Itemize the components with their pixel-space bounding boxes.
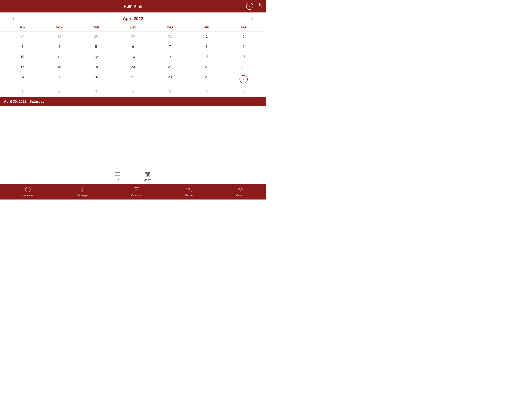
header-title: Ruth King <box>124 4 142 9</box>
nav-item-messages[interactable]: Messages <box>77 187 89 197</box>
calendar-cell-w0-d2[interactable]: 29 <box>78 32 114 42</box>
calendar-cell-w4-d5[interactable]: 29 <box>188 72 225 86</box>
prev-month-button[interactable]: ← <box>12 16 17 22</box>
header-actions: ? <box>246 3 262 10</box>
collapse-button[interactable]: ↑ <box>260 99 262 104</box>
calendar-cell-w2-d5[interactable]: 15 <box>188 52 225 62</box>
nav-item-calendar[interactable]: Calendar <box>131 187 142 197</box>
day-header-thu: THU <box>152 25 188 30</box>
info-icon <box>25 187 31 193</box>
svg-marker-20 <box>81 189 82 190</box>
calendar-cell-w5-d2[interactable]: 3 <box>78 86 114 97</box>
nav-item-groups[interactable]: Groups <box>236 187 245 197</box>
calendar-cell-w3-d1[interactable]: 18 <box>41 62 77 72</box>
svg-rect-15 <box>147 175 148 176</box>
day-header-mon: MON <box>41 25 77 30</box>
calendar-cell-w0-d0[interactable]: 27 <box>4 32 41 42</box>
calendar-grid: 2728293031123456789101112131415161718192… <box>0 32 266 97</box>
list-icon <box>115 172 120 177</box>
groups-icon <box>237 187 244 193</box>
calendar-label: Calendar <box>131 194 142 197</box>
calendar-cell-w2-d3[interactable]: 13 <box>114 52 151 62</box>
calendar-cell-w5-d6[interactable]: 7 <box>225 86 262 97</box>
svg-rect-12 <box>147 174 148 175</box>
calendar-cell-w2-d4[interactable]: 14 <box>152 52 188 62</box>
calendar-cell-w3-d2[interactable]: 19 <box>78 62 114 72</box>
svg-rect-14 <box>146 175 146 176</box>
calendar-cell-w4-d3[interactable]: 27 <box>114 72 151 86</box>
calendar-cell-w3-d0[interactable]: 17 <box>4 62 41 72</box>
svg-rect-29 <box>136 191 137 191</box>
calendar-cell-w0-d6[interactable]: 2 <box>225 32 262 42</box>
groups-label: Groups <box>236 194 245 197</box>
svg-point-33 <box>240 187 241 189</box>
calendar-cell-w4-d1[interactable]: 25 <box>41 72 77 86</box>
calendar-cell-w4-d0[interactable]: 24 <box>4 72 41 86</box>
calendar-cell-w3-d6[interactable]: 23 <box>225 62 262 72</box>
svg-point-30 <box>187 188 189 190</box>
calendar-cell-w0-d4[interactable]: 31 <box>152 32 188 42</box>
calendar-cell-w1-d5[interactable]: 8 <box>188 42 225 52</box>
day-header-wed: WED <box>114 25 151 30</box>
app-header: Ruth King ? <box>0 0 266 13</box>
megaphone-icon <box>80 187 86 193</box>
share-button[interactable] <box>257 3 262 9</box>
svg-rect-27 <box>137 190 138 190</box>
calendar-cell-w2-d6[interactable]: 16 <box>225 52 262 62</box>
bottom-navigation: Information Messages <box>0 184 266 200</box>
svg-rect-11 <box>146 174 146 175</box>
calendar-cell-w1-d6[interactable]: 9 <box>225 42 262 52</box>
calendar-nav: ← April 2022 → <box>0 13 266 25</box>
calendar-cell-w3-d5[interactable]: 22 <box>188 62 225 72</box>
calendar-cell-w5-d3[interactable]: 4 <box>114 86 151 97</box>
svg-point-32 <box>238 188 239 189</box>
svg-point-31 <box>189 188 191 190</box>
next-month-button[interactable]: → <box>249 16 254 22</box>
calendar-cell-w4-d4[interactable]: 28 <box>152 72 188 86</box>
selected-date-label: April 30, 2022 | Saturday <box>4 100 44 104</box>
help-button[interactable]: ? <box>246 3 253 10</box>
calendar-cell-w1-d1[interactable]: 4 <box>41 42 77 52</box>
calendar-cell-w4-d6[interactable]: 30 <box>225 72 262 86</box>
calendar-icon <box>133 187 139 193</box>
calendar-cell-w4-d2[interactable]: 26 <box>78 72 114 86</box>
calendar-cell-w2-d1[interactable]: 11 <box>41 52 77 62</box>
calendar-cell-w1-d2[interactable]: 5 <box>78 42 114 52</box>
nav-item-information[interactable]: Information <box>21 187 34 197</box>
month-year-label: April 2022 <box>123 16 143 21</box>
calendar-cell-w3-d4[interactable]: 21 <box>152 62 188 72</box>
info-label: Information <box>21 194 34 197</box>
calendar-cell-w5-d4[interactable]: 5 <box>152 86 188 97</box>
messages-label: Messages <box>77 194 89 197</box>
svg-rect-16 <box>148 175 149 176</box>
calendar-cell-w3-d3[interactable]: 20 <box>114 62 151 72</box>
calendar-cell-w1-d4[interactable]: 7 <box>152 42 188 52</box>
day-headers: SUN MON TUE WED THU FRI SAT <box>0 25 266 32</box>
list-view-button[interactable]: List <box>115 172 120 182</box>
calendar-cell-w0-d1[interactable]: 28 <box>41 32 77 42</box>
month-icon <box>145 172 150 178</box>
calendar-cell-w1-d0[interactable]: 3 <box>4 42 41 52</box>
nav-item-classes[interactable]: Classes <box>184 187 193 197</box>
day-header-fri: FRI <box>188 25 225 30</box>
classes-icon <box>186 187 192 193</box>
day-header-sun: SUN <box>4 25 41 30</box>
calendar-cell-w0-d3[interactable]: 30 <box>114 32 151 42</box>
view-toolbar: List Month <box>0 169 266 184</box>
calendar-cell-w5-d1[interactable]: 2 <box>41 86 77 97</box>
calendar-cell-w2-d2[interactable]: 12 <box>78 52 114 62</box>
calendar-cell-w1-d3[interactable]: 6 <box>114 42 151 52</box>
svg-rect-25 <box>135 190 136 190</box>
calendar-cell-w5-d5[interactable]: 6 <box>188 86 225 97</box>
calendar-cell-w5-d0[interactable]: 1 <box>4 86 41 97</box>
classes-label: Classes <box>184 194 193 197</box>
list-view-label: List <box>115 178 120 181</box>
month-view-button[interactable]: Month <box>144 172 151 182</box>
svg-rect-13 <box>148 174 149 175</box>
calendar-cell-w2-d0[interactable]: 10 <box>4 52 41 62</box>
svg-rect-28 <box>135 191 136 191</box>
day-header-tue: TUE <box>78 25 114 30</box>
month-view-label: Month <box>144 179 151 182</box>
svg-point-19 <box>27 188 28 189</box>
calendar-cell-w0-d5[interactable]: 1 <box>188 32 225 42</box>
